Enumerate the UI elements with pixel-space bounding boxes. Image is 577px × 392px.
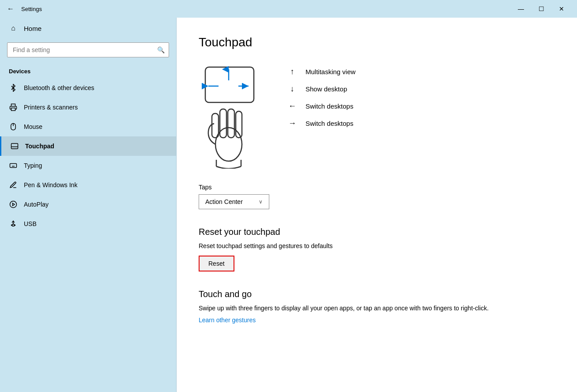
svg-rect-13 xyxy=(12,224,15,226)
svg-marker-12 xyxy=(13,203,15,206)
learn-gestures-link[interactable]: Learn other gestures xyxy=(199,317,256,324)
svg-rect-0 xyxy=(11,108,15,111)
reset-description: Reset touchpad settings and gestures to … xyxy=(199,242,555,249)
reset-section: Reset your touchpad Reset touchpad setti… xyxy=(199,227,555,271)
sidebar-item-printers[interactable]: Printers & scanners xyxy=(0,98,176,117)
keyboard-icon xyxy=(9,161,18,170)
sidebar-item-home[interactable]: ⌂ Home xyxy=(0,18,176,39)
arrow-right: → xyxy=(287,119,298,128)
sidebar-home-label: Home xyxy=(24,25,41,32)
sidebar-item-bluetooth[interactable]: Bluetooth & other devices xyxy=(0,78,176,98)
bluetooth-icon xyxy=(9,83,18,92)
sidebar-item-usb-label: USB xyxy=(24,220,37,227)
sidebar-item-mouse[interactable]: Mouse xyxy=(0,117,176,136)
svg-rect-3 xyxy=(11,143,18,149)
gesture-label-3: Switch desktops xyxy=(305,120,353,127)
svg-rect-24 xyxy=(220,109,226,138)
minimize-button[interactable]: — xyxy=(511,0,531,18)
home-icon: ⌂ xyxy=(9,24,18,33)
gesture-label-2: Switch desktops xyxy=(305,102,353,110)
taps-dropdown[interactable]: Action Center ∨ xyxy=(199,194,269,209)
reset-heading: Reset your touchpad xyxy=(199,227,555,237)
window-controls: — ☐ ✕ xyxy=(511,0,572,18)
app-title: Settings xyxy=(21,6,511,12)
search-icon: 🔍 xyxy=(157,46,165,53)
sidebar-item-autoplay-label: AutoPlay xyxy=(24,201,49,208)
arrow-up: ↑ xyxy=(287,67,298,76)
sidebar-item-touchpad[interactable]: Touchpad xyxy=(0,136,176,156)
maximize-button[interactable]: ☐ xyxy=(531,0,551,18)
gesture-label-1: Show desktop xyxy=(305,85,347,93)
printer-icon xyxy=(9,103,18,112)
gesture-action-0: ↑ Multitasking view xyxy=(287,67,355,76)
svg-point-17 xyxy=(15,225,15,226)
gesture-action-1: ↓ Show desktop xyxy=(287,84,355,94)
gesture-label-0: Multitasking view xyxy=(305,68,355,75)
svg-rect-23 xyxy=(212,113,219,138)
sidebar: ⌂ Home 🔍 Devices Bluetooth & other devic… xyxy=(0,18,177,392)
taps-section: Taps Action Center ∨ xyxy=(199,184,555,209)
svg-rect-18 xyxy=(205,67,254,102)
search-input[interactable] xyxy=(7,42,169,57)
gesture-actions: ↑ Multitasking view ↓ Show desktop ← Swi… xyxy=(287,63,355,128)
svg-point-11 xyxy=(10,201,17,208)
touch-description: Swipe up with three fingers to display a… xyxy=(199,305,555,312)
gesture-illustration xyxy=(199,63,260,170)
touch-heading: Touch and go xyxy=(199,289,555,299)
sidebar-item-autoplay[interactable]: AutoPlay xyxy=(0,195,176,214)
back-button[interactable]: ← xyxy=(5,3,16,15)
taps-label: Taps xyxy=(199,184,555,191)
taps-dropdown-value: Action Center xyxy=(205,198,243,205)
close-button[interactable]: ✕ xyxy=(551,0,572,18)
gesture-section: ↑ Multitasking view ↓ Show desktop ← Swi… xyxy=(199,63,555,170)
mouse-icon xyxy=(9,122,18,131)
pen-icon xyxy=(9,181,18,189)
sidebar-search-container: 🔍 xyxy=(7,42,169,57)
sidebar-item-pen[interactable]: Pen & Windows Ink xyxy=(0,175,176,195)
arrow-down: ↓ xyxy=(287,84,298,94)
title-bar: ← Settings — ☐ ✕ xyxy=(0,0,577,18)
svg-rect-25 xyxy=(228,109,234,138)
page-title: Touchpad xyxy=(199,35,555,49)
sidebar-item-touchpad-label: Touchpad xyxy=(25,143,54,150)
touch-section: Touch and go Swipe up with three fingers… xyxy=(199,289,555,324)
svg-rect-5 xyxy=(10,164,17,168)
gesture-action-3: → Switch desktops xyxy=(287,119,355,128)
svg-point-16 xyxy=(11,225,12,226)
content-area: Touchpad xyxy=(177,18,577,392)
arrow-left: ← xyxy=(287,102,298,111)
sidebar-item-printers-label: Printers & scanners xyxy=(24,104,78,111)
main-layout: ⌂ Home 🔍 Devices Bluetooth & other devic… xyxy=(0,18,577,392)
sidebar-item-mouse-label: Mouse xyxy=(24,123,42,130)
sidebar-item-bluetooth-label: Bluetooth & other devices xyxy=(24,84,94,91)
sidebar-item-typing-label: Typing xyxy=(24,162,42,169)
sidebar-item-typing[interactable]: Typing xyxy=(0,156,176,175)
usb-icon xyxy=(9,219,18,228)
sidebar-item-usb[interactable]: USB xyxy=(0,214,176,234)
reset-button[interactable]: Reset xyxy=(199,256,234,271)
sidebar-item-pen-label: Pen & Windows Ink xyxy=(24,181,77,188)
autoplay-icon xyxy=(9,200,18,209)
chevron-down-icon: ∨ xyxy=(259,199,263,205)
gesture-action-2: ← Switch desktops xyxy=(287,102,355,111)
sidebar-section-label: Devices xyxy=(0,64,176,78)
touchpad-icon xyxy=(10,142,19,151)
